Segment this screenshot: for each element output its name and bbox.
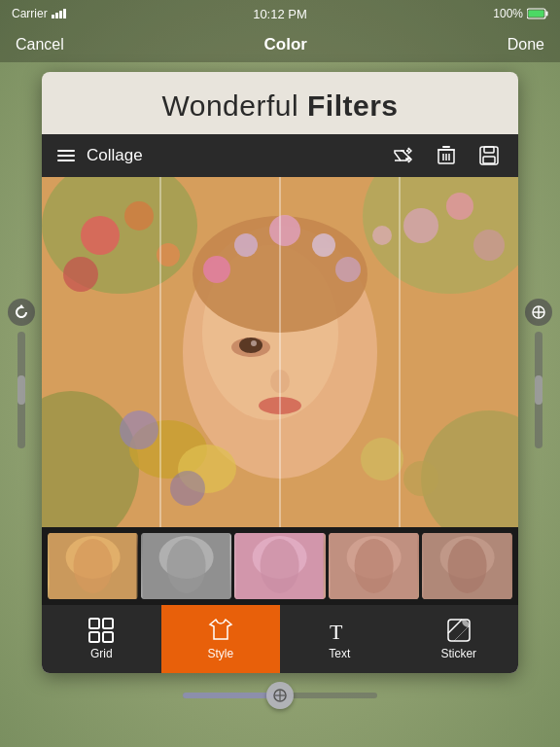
svg-rect-0	[52, 15, 54, 18]
grid-tool-button[interactable]: Grid	[42, 605, 161, 673]
svg-rect-75	[89, 632, 99, 642]
svg-line-79	[448, 620, 462, 633]
right-slider-icon[interactable]	[525, 299, 552, 326]
svg-point-52	[403, 461, 438, 496]
svg-rect-73	[89, 619, 99, 628]
style-icon	[208, 618, 233, 643]
svg-point-72	[447, 539, 486, 593]
thumbnail-2[interactable]	[141, 533, 231, 599]
svg-rect-59	[50, 533, 137, 599]
svg-rect-2	[59, 11, 62, 18]
collage-label: Collage	[87, 146, 378, 165]
right-slider-thumb[interactable]	[535, 375, 542, 405]
sticker-tool-label: Sticker	[440, 647, 476, 660]
text-tool-label: Text	[329, 647, 350, 660]
cancel-button[interactable]: Cancel	[16, 36, 64, 53]
menu-icon[interactable]	[57, 150, 75, 161]
collage-toolbar: Collage	[42, 134, 518, 177]
left-slider[interactable]	[8, 299, 35, 448]
thumbnail-4[interactable]	[329, 533, 419, 599]
adjust-icon	[531, 304, 546, 320]
left-slider-thumb[interactable]	[18, 375, 25, 405]
done-button[interactable]: Done	[508, 36, 544, 53]
status-left: Carrier	[12, 7, 67, 20]
thumbnail-strip	[42, 527, 518, 605]
svg-rect-76	[103, 632, 113, 642]
grid-tool-label: Grid	[90, 647, 113, 660]
svg-point-44	[269, 215, 300, 246]
svg-point-51	[361, 438, 403, 480]
thumbnail-3[interactable]	[234, 533, 325, 599]
nav-bar: Cancel Color Done	[0, 27, 560, 62]
photo-svg	[42, 177, 518, 527]
svg-point-50	[170, 471, 205, 506]
text-icon: T	[327, 618, 352, 643]
svg-point-62	[167, 539, 206, 593]
toolbar-icons	[390, 142, 503, 169]
svg-rect-66	[236, 533, 324, 599]
status-bar: Carrier 10:12 PM 100%	[0, 0, 560, 27]
svg-rect-1	[55, 13, 58, 18]
bottom-toolbar: Grid Style T Text Sticker	[42, 605, 518, 673]
sticker-tool-button[interactable]: Sticker	[400, 605, 519, 673]
status-time: 10:12 PM	[253, 7, 307, 21]
slider-thumb-icon	[272, 688, 288, 703]
style-tool-label: Style	[207, 647, 233, 660]
battery-text: 100%	[493, 7, 523, 20]
delete-button[interactable]	[433, 142, 460, 169]
svg-point-49	[120, 410, 158, 449]
svg-point-69	[354, 539, 393, 593]
svg-rect-3	[63, 9, 66, 18]
thumbnail-1[interactable]	[48, 533, 138, 599]
svg-point-42	[203, 256, 230, 283]
svg-point-43	[234, 233, 258, 257]
main-card: Wonderful Filters Collage	[42, 72, 518, 673]
bottom-slider-container	[0, 683, 560, 704]
card-title: Wonderful Filters	[42, 72, 518, 134]
svg-point-46	[335, 257, 361, 282]
bottom-slider-track[interactable]	[183, 693, 377, 698]
thumbnail-5[interactable]	[422, 533, 512, 599]
style-tool-button[interactable]: Style	[161, 605, 281, 673]
save-icon	[479, 146, 499, 165]
bottom-slider-thumb[interactable]	[266, 682, 294, 709]
svg-rect-18	[484, 147, 494, 153]
svg-line-80	[454, 625, 470, 641]
card-title-bold: Filters	[307, 89, 399, 122]
sticker-icon	[446, 618, 472, 643]
shuffle-icon	[393, 147, 414, 164]
text-tool-button[interactable]: T Text	[280, 605, 400, 673]
nav-title: Color	[264, 35, 307, 54]
svg-point-45	[312, 233, 335, 257]
battery-icon	[527, 8, 548, 19]
left-slider-track[interactable]	[18, 332, 25, 448]
rotate-icon	[14, 304, 29, 320]
svg-rect-6	[529, 11, 544, 18]
photo-area	[42, 177, 518, 527]
save-button[interactable]	[475, 142, 503, 169]
right-slider[interactable]	[525, 299, 552, 448]
svg-rect-74	[103, 619, 113, 628]
card-title-regular: Wonderful	[161, 89, 307, 122]
svg-rect-5	[546, 12, 548, 17]
carrier-text: Carrier	[12, 7, 48, 20]
bottom-slider-fill	[183, 693, 280, 698]
svg-marker-7	[18, 304, 24, 308]
left-slider-icon[interactable]	[8, 299, 35, 326]
svg-rect-19	[483, 157, 495, 163]
status-right: 100%	[493, 7, 548, 20]
grid-icon	[88, 618, 114, 643]
svg-text:T: T	[330, 620, 343, 643]
right-slider-track[interactable]	[535, 332, 542, 448]
shuffle-button[interactable]	[390, 142, 417, 169]
trash-icon	[438, 146, 455, 165]
signal-icon	[52, 9, 67, 18]
